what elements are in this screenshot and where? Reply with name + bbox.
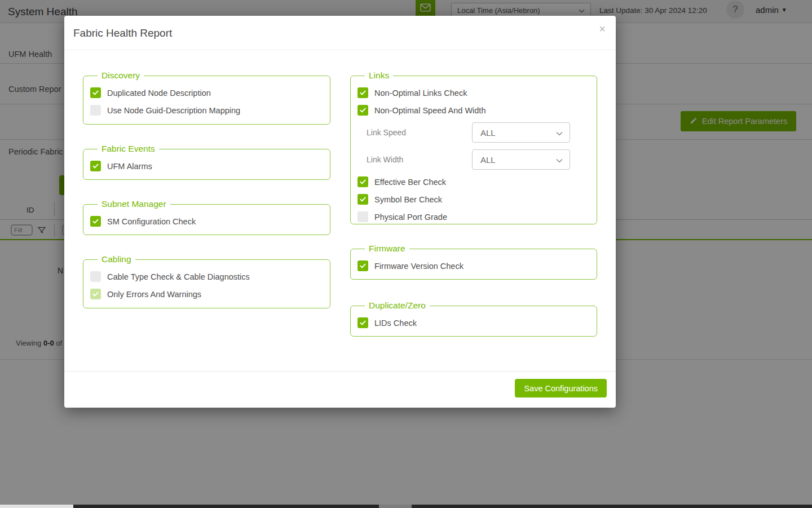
group-fabric-events: Fabric Events UFM Alarms xyxy=(83,144,330,180)
group-firmware: Firmware Firmware Version Check xyxy=(350,244,597,280)
group-legend: Fabric Events xyxy=(98,144,159,154)
checkbox-duplicated-node-description[interactable] xyxy=(90,87,101,98)
group-legend: Cabling xyxy=(98,254,135,264)
group-legend: Subnet Manager xyxy=(98,199,170,209)
checkbox-row: Non-Optimal Links Check xyxy=(358,84,589,101)
checkbox-non-optimal-links-check[interactable] xyxy=(358,87,368,98)
bottom-scrollbar-thumb[interactable] xyxy=(379,505,412,508)
checkbox-firmware-version-check[interactable] xyxy=(358,260,368,271)
checkbox-label: LIDs Check xyxy=(374,319,417,328)
bottom-strip-dark xyxy=(73,505,812,508)
group-cabling: Cabling Cable Type Check & Cable Diagnos… xyxy=(83,254,330,308)
checkbox-effective-ber-check[interactable] xyxy=(358,176,368,187)
checkbox-label: SM Configuration Check xyxy=(107,217,196,226)
link-width-value: ALL xyxy=(480,155,496,165)
checkbox-label: Non-Optimal Speed And Width xyxy=(374,106,486,115)
checkbox-row: Use Node Guid-Description Mapping xyxy=(90,101,322,119)
checkbox-label: Only Errors And Warnings xyxy=(107,290,201,299)
close-icon[interactable]: × xyxy=(599,23,606,34)
group-links: Links Non-Optimal Links Check Non-Optima… xyxy=(350,70,597,224)
checkbox-row: Non-Optimal Speed And Width xyxy=(358,101,589,119)
group-legend: Discovery xyxy=(98,70,144,81)
checkbox-row: Cable Type Check & Cable Diagnostics xyxy=(90,268,322,285)
modal-title: Fabric Health Report xyxy=(73,27,172,39)
link-width-select[interactable]: ALL xyxy=(472,149,570,170)
chevron-down-icon xyxy=(556,155,563,165)
checkbox-label: Firmware Version Check xyxy=(374,262,464,271)
checkbox-label: Duplicated Node Description xyxy=(107,89,211,98)
checkbox-row: LIDs Check xyxy=(358,314,589,332)
checkbox-sm-configuration-check[interactable] xyxy=(90,216,101,227)
checkbox-row: SM Configuration Check xyxy=(90,213,322,230)
checkbox-ufm-alarms[interactable] xyxy=(90,161,101,171)
link-width-row: Link Width ALL xyxy=(358,146,589,173)
bottom-strip-left xyxy=(0,505,73,508)
checkbox-label: Effective Ber Check xyxy=(374,178,446,187)
checkbox-lids-check[interactable] xyxy=(358,317,368,328)
group-legend: Links xyxy=(365,70,393,81)
checkbox-row: Firmware Version Check xyxy=(358,257,589,275)
checkbox-physical-port-grade[interactable] xyxy=(358,211,368,222)
link-width-label: Link Width xyxy=(358,155,472,164)
modal-footer: Save Configurations xyxy=(64,371,616,408)
checkbox-row: UFM Alarms xyxy=(90,157,322,175)
checkbox-label: UFM Alarms xyxy=(107,162,152,171)
group-discovery: Discovery Duplicated Node Description Us… xyxy=(83,70,330,125)
link-speed-row: Link Speed ALL xyxy=(358,119,589,146)
checkbox-only-errors-and-warnings[interactable] xyxy=(90,289,101,299)
link-speed-value: ALL xyxy=(480,128,496,138)
checkbox-label: Cable Type Check & Cable Diagnostics xyxy=(107,272,250,281)
checkbox-label: Physical Port Grade xyxy=(374,213,447,222)
save-configurations-button[interactable]: Save Configurations xyxy=(515,379,607,397)
group-legend: Duplicate/Zero xyxy=(365,301,430,311)
chevron-down-icon xyxy=(556,128,563,138)
checkbox-row: Physical Port Grade xyxy=(358,208,589,226)
group-subnet-manager: Subnet Manager SM Configuration Check xyxy=(83,199,330,235)
checkbox-use-node-guid-description-mapping[interactable] xyxy=(90,105,101,116)
link-speed-select[interactable]: ALL xyxy=(472,122,570,143)
checkbox-label: Symbol Ber Check xyxy=(374,195,442,204)
checkbox-label: Use Node Guid-Description Mapping xyxy=(107,106,240,115)
checkbox-non-optimal-speed-and-width[interactable] xyxy=(358,105,368,116)
left-column: Discovery Duplicated Node Description Us… xyxy=(83,70,330,328)
checkbox-row: Effective Ber Check xyxy=(358,173,589,191)
checkbox-row: Only Errors And Warnings xyxy=(90,285,322,303)
checkbox-row: Duplicated Node Description xyxy=(90,84,322,101)
link-speed-label: Link Speed xyxy=(358,128,472,137)
checkbox-symbol-ber-check[interactable] xyxy=(358,194,368,205)
modal-body: Discovery Duplicated Node Description Us… xyxy=(64,50,616,371)
checkbox-cable-type-check[interactable] xyxy=(90,271,101,282)
group-legend: Firmware xyxy=(365,244,409,254)
right-column: Links Non-Optimal Links Check Non-Optima… xyxy=(350,70,597,356)
checkbox-row: Symbol Ber Check xyxy=(358,191,589,208)
group-duplicate-zero: Duplicate/Zero LIDs Check xyxy=(350,301,597,337)
fabric-health-report-modal: Fabric Health Report × Discovery Duplica… xyxy=(64,16,616,408)
modal-header: Fabric Health Report × xyxy=(64,16,616,50)
checkbox-label: Non-Optimal Links Check xyxy=(374,89,467,98)
